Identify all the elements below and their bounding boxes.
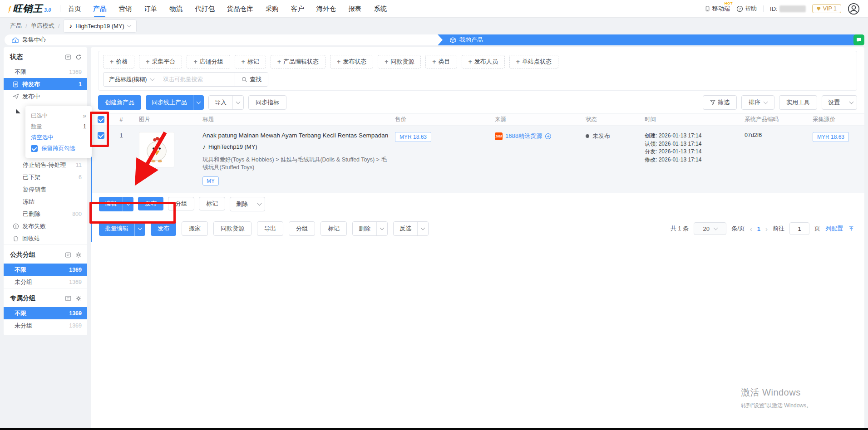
column-config-link[interactable]: 列配置 (825, 225, 843, 233)
menu-item-home[interactable]: 首页 (68, 0, 81, 17)
menu-item-overseas[interactable]: 海外仓 (316, 0, 336, 17)
filter-chip-mark[interactable]: +标记 (235, 55, 266, 68)
product-title[interactable]: Anak patung Mainan Mewah Ayam Terbang Ke… (202, 132, 391, 139)
panel-toggle-icon[interactable] (65, 54, 71, 60)
sidebar-item-private-ungrouped[interactable]: 未分组 1369 (4, 319, 87, 332)
tab-my-products[interactable]: 我的产品 (438, 34, 856, 45)
panel-toggle-icon[interactable] (65, 252, 71, 258)
sidebar-item-status-pending-publish[interactable]: 待发布 1 (4, 78, 87, 90)
filter-chip-same-source[interactable]: +同款货源 (378, 55, 421, 68)
chevron-down-icon[interactable] (376, 222, 387, 235)
batch-group-button[interactable]: 分组 (289, 221, 315, 236)
source-link[interactable]: 1688精选货源 (505, 132, 542, 140)
menu-item-customer[interactable]: 客户 (291, 0, 304, 17)
page-size-select[interactable]: 20 (694, 222, 726, 235)
filter-chip-collect-platform[interactable]: +采集平台 (139, 55, 182, 68)
help-entry[interactable]: ? 帮助 (736, 5, 757, 13)
chevron-down-icon[interactable] (134, 221, 145, 236)
search-button[interactable]: 查找 (235, 73, 268, 86)
panel-toggle-icon[interactable] (65, 295, 71, 302)
sync-metrics-button[interactable]: 同步指标 (248, 95, 286, 110)
sidebar-item-status-publish-failed[interactable]: 发布失败 (4, 220, 87, 232)
chevron-down-icon[interactable] (232, 96, 243, 109)
sidebar-item-status-all[interactable]: 不限 1369 (4, 66, 87, 78)
menu-item-system[interactable]: 系统 (374, 0, 387, 17)
filter-chip-price[interactable]: +价格 (103, 55, 134, 68)
customer-service-button[interactable] (853, 34, 864, 45)
chevron-down-icon[interactable] (254, 197, 265, 211)
app-logo[interactable]: 旺销王 3.0 (8, 4, 51, 13)
current-page[interactable]: 1 (757, 225, 760, 232)
sidebar-item-status-paused[interactable]: 暂停销售 (4, 183, 87, 195)
menu-item-warehouse[interactable]: 货品仓库 (227, 0, 253, 17)
menu-item-purchase[interactable]: 采购 (266, 0, 279, 17)
sync-online-products-button[interactable]: 同步线上产品 (146, 95, 204, 110)
back-to-top-icon[interactable] (848, 225, 854, 232)
same-source-button[interactable]: 同款货源 (213, 221, 252, 236)
sidebar-item-public-all[interactable]: 不限 1369 (4, 264, 87, 276)
utility-tools-button[interactable]: 实用工具 (779, 95, 817, 110)
batch-publish-button[interactable]: 发布 (151, 221, 176, 236)
export-button[interactable]: 导出 (257, 221, 283, 236)
move-button[interactable]: 搬家 (182, 221, 208, 236)
chevron-down-icon[interactable] (846, 96, 857, 109)
sort-button[interactable]: 排序 (741, 95, 774, 110)
chevron-down-icon[interactable] (193, 95, 204, 110)
vip-badge[interactable]: VIP 1 (812, 4, 841, 13)
menu-item-logistics[interactable]: 物流 (169, 0, 182, 17)
keep-selection-checkbox[interactable] (31, 145, 38, 152)
sidebar-item-status-frozen[interactable]: 冻结 (4, 195, 87, 208)
tab-collect-center[interactable]: 采集中心 (5, 34, 438, 45)
store-selector[interactable]: ♪ HighTechp19 (MY) (63, 20, 137, 33)
filter-chip-category[interactable]: +类目 (425, 55, 457, 68)
sidebar-item-status-recycle-bin[interactable]: 回收站 (4, 232, 87, 244)
batch-edit-button[interactable]: 批量编辑 (99, 221, 145, 236)
mobile-entry[interactable]: 移动端 HOT (705, 5, 730, 13)
menu-item-marketing[interactable]: 营销 (118, 0, 132, 17)
mark-button[interactable]: 标记 (199, 197, 225, 210)
gear-icon[interactable] (75, 252, 82, 258)
row-checkbox[interactable] (98, 132, 104, 139)
chevron-down-icon[interactable] (123, 197, 133, 211)
create-product-button[interactable]: 创建新产品 (98, 95, 141, 110)
goto-page-input[interactable] (789, 222, 809, 235)
refresh-icon[interactable] (75, 54, 82, 60)
menu-item-order[interactable]: 订单 (144, 0, 157, 17)
chevron-down-icon[interactable] (417, 222, 428, 235)
menu-item-report[interactable]: 报表 (348, 0, 361, 17)
next-page-button[interactable]: › (765, 225, 768, 232)
batch-delete-button[interactable]: 删除 (352, 221, 388, 236)
sidebar-item-status-deleted[interactable]: 已删除 800 (4, 208, 87, 220)
gear-icon[interactable] (75, 295, 82, 302)
breadcrumb-single-store-mode[interactable]: 单店模式 (31, 22, 54, 30)
search-input[interactable] (158, 73, 235, 86)
sidebar-item-status-delisted[interactable]: 已下架 6 (4, 171, 87, 183)
select-all-checkbox[interactable] (98, 116, 104, 123)
invert-selection-button[interactable]: 反选 (393, 221, 429, 236)
product-image[interactable] (139, 132, 174, 167)
sidebar-item-private-all[interactable]: 不限 1369 (4, 307, 87, 319)
clear-selection-link[interactable]: 清空选中 (31, 132, 86, 143)
double-chevron-right-icon[interactable]: » (83, 112, 86, 119)
avatar-icon[interactable] (848, 3, 860, 15)
filter-chip-publisher[interactable]: +发布人员 (462, 55, 505, 68)
group-button[interactable]: 分组 (168, 197, 194, 210)
filter-chip-publish-status[interactable]: +发布状态 (330, 55, 373, 68)
filter-chip-store-group[interactable]: +店铺分组 (187, 55, 230, 68)
sidebar-item-status-publishing[interactable]: 发布中 (4, 90, 87, 103)
menu-item-pack[interactable]: 代打包 (195, 0, 215, 17)
import-button[interactable]: 导入 (208, 95, 244, 110)
filter-chip-edit-status[interactable]: +产品编辑状态 (271, 55, 326, 68)
circle-plus-icon[interactable] (545, 133, 552, 140)
edit-button[interactable]: 编辑 (99, 197, 133, 211)
prev-page-button[interactable]: ‹ (750, 225, 752, 232)
search-field-select[interactable]: 产品标题(模糊) (104, 73, 158, 86)
filter-chip-site-status[interactable]: +单站点状态 (509, 55, 558, 68)
breadcrumb-product[interactable]: 产品 (10, 22, 22, 30)
batch-mark-button[interactable]: 标记 (321, 221, 347, 236)
publish-button[interactable]: 发布 (138, 197, 163, 210)
delete-button[interactable]: 删除 (230, 197, 265, 211)
duplicate-icon[interactable] (139, 170, 146, 176)
menu-item-product[interactable]: 产品 (93, 0, 106, 17)
sidebar-item-status-stop-sale[interactable]: 停止销售-待处理 11 (4, 159, 87, 171)
